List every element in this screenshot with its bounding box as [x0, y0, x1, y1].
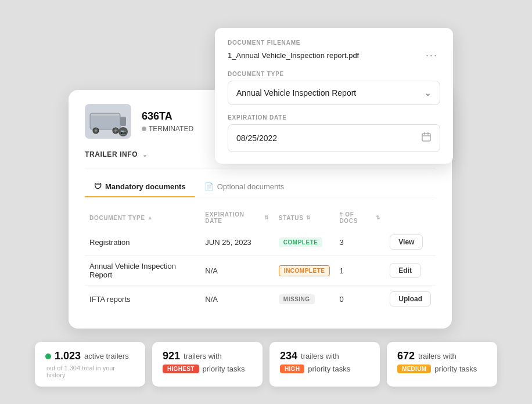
action-button-upload[interactable]: Upload: [390, 291, 431, 306]
active-indicator: [45, 354, 51, 359]
action-button-view[interactable]: View: [390, 235, 423, 250]
tab-optional-documents[interactable]: 📄 Optional documents: [195, 178, 294, 197]
stat-number: 921: [163, 350, 180, 362]
expiration-label: EXPIRATION DATE: [228, 114, 440, 121]
stats-bar: 1.023 active trailers out of 1.304 total…: [35, 342, 497, 387]
table-row: Registration JUN 25, 2023 COMPLETE 3 Vie…: [85, 229, 436, 256]
col-doc-type[interactable]: DOCUMENT TYPE ▲: [85, 209, 200, 229]
cell-doc-type: IFTA reports: [85, 286, 200, 313]
cell-action: Upload: [385, 286, 436, 313]
status-badge: INCOMPLETE: [279, 265, 330, 276]
more-options-button[interactable]: ···: [423, 49, 440, 62]
stat-sub: out of 1.304 total in your history: [46, 365, 135, 378]
tab-optional-label: Optional documents: [217, 182, 285, 191]
col-num-docs[interactable]: # OF DOCS ⇅: [335, 209, 385, 229]
svg-rect-5: [120, 117, 126, 126]
stat-text: trailers with: [418, 352, 456, 360]
stat-main: 672 trailers with: [397, 350, 487, 362]
status-badge: COMPLETE: [279, 237, 323, 247]
svg-point-7: [95, 129, 97, 132]
stat-card-medium: 672 trailers with MEDIUM priority tasks: [387, 342, 497, 387]
stat-card-active: 1.023 active trailers out of 1.304 total…: [35, 342, 145, 387]
cell-status: MISSING: [274, 286, 335, 313]
document-card: DOCUMENT FILENAME 1_Annual Vehicle_Inspe…: [215, 28, 453, 164]
stat-card-highest: 921 trailers with HIGHEST priority tasks: [152, 342, 263, 387]
sort-icon-doc-type: ▲: [148, 215, 153, 221]
expiration-date-value: 08/25/2022: [236, 134, 277, 143]
priority-suffix: priority tasks: [203, 365, 245, 373]
cell-num-docs: 3: [335, 229, 385, 256]
doc-type-label: DOCUMENT TYPE: [228, 71, 440, 77]
col-expiration-date[interactable]: EXPIRATION DATE ⇅: [200, 209, 274, 229]
table-row: Annual Vehicle Inspection Report N/A INC…: [85, 256, 436, 286]
col-action: [385, 209, 436, 229]
doc-type-value: Annual Vehicle Inspection Report: [236, 88, 356, 98]
svg-rect-4: [90, 113, 120, 129]
cell-action: Edit: [385, 256, 436, 286]
stat-main: 1.023 active trailers: [45, 350, 135, 362]
stat-text: trailers with: [184, 352, 222, 360]
trailer-avatar: 📷: [85, 104, 131, 139]
cell-action: View: [385, 229, 436, 256]
trailer-info-chevron: ⌄: [142, 151, 148, 158]
cell-num-docs: 1: [335, 256, 385, 286]
col-status[interactable]: STATUS ⇅: [274, 209, 335, 229]
cell-doc-type: Annual Vehicle Inspection Report: [85, 256, 200, 286]
table-row: IFTA reports N/A MISSING 0 Upload: [85, 286, 436, 313]
cell-expiration-date: JUN 25, 2023: [200, 229, 274, 256]
cell-num-docs: 0: [335, 286, 385, 313]
priority-suffix: priority tasks: [434, 365, 477, 373]
stat-number: 672: [397, 350, 415, 362]
tab-mandatory-documents[interactable]: 🛡 Mandatory documents: [85, 178, 195, 197]
document-filename: 1_Annual Vehicle_Inspection report.pdf: [228, 51, 359, 60]
document-icon: 📄: [204, 182, 214, 191]
cell-status: COMPLETE: [274, 229, 335, 256]
svg-point-9: [114, 129, 117, 132]
shield-icon: 🛡: [94, 182, 102, 191]
documents-table: DOCUMENT TYPE ▲ EXPIRATION DATE ⇅ STATUS: [85, 209, 436, 312]
action-button-edit[interactable]: Edit: [390, 263, 420, 278]
sort-icon-expiration: ⇅: [264, 215, 269, 221]
stat-card-high: 234 trailers with HIGH priority tasks: [269, 342, 380, 387]
cell-expiration-date: N/A: [200, 256, 274, 286]
doc-type-select[interactable]: Annual Vehicle Inspection Report ⌄: [228, 81, 440, 105]
tab-mandatory-label: Mandatory documents: [105, 182, 186, 191]
stat-text: active trailers: [84, 352, 129, 360]
stat-main: 921 trailers with: [163, 350, 252, 362]
page-wrapper: DOCUMENT FILENAME 1_Annual Vehicle_Inspe…: [0, 0, 532, 404]
trailer-status-badge: TERMINATED: [142, 125, 193, 133]
priority-badge-medium: MEDIUM: [397, 365, 431, 373]
stat-number: 1.023: [55, 350, 81, 362]
camera-icon[interactable]: 📷: [118, 127, 128, 136]
priority-suffix: priority tasks: [308, 365, 350, 373]
trailer-id: 636TA: [142, 110, 193, 122]
status-dot: [142, 127, 146, 131]
priority-badge-high: HIGH: [280, 365, 304, 373]
cell-status: INCOMPLETE: [274, 256, 335, 286]
trailer-status-text: TERMINATED: [149, 125, 193, 133]
svg-rect-0: [422, 134, 430, 141]
trailer-info-text: 636TA TERMINATED: [142, 110, 193, 133]
stat-number: 234: [280, 350, 297, 362]
expiration-date-field[interactable]: 08/25/2022: [228, 124, 440, 152]
status-badge: MISSING: [279, 294, 315, 304]
stat-text: trailers with: [301, 352, 339, 360]
sort-icon-num-docs: ⇅: [376, 215, 381, 221]
sort-icon-status: ⇅: [306, 215, 311, 221]
stat-main: 234 trailers with: [280, 350, 369, 362]
cell-doc-type: Registration: [85, 229, 200, 256]
cell-expiration-date: N/A: [200, 286, 274, 313]
chevron-down-icon: ⌄: [425, 88, 432, 98]
svg-rect-10: [91, 114, 119, 116]
priority-badge-highest: HIGHEST: [163, 365, 199, 373]
filename-label: DOCUMENT FILENAME: [228, 39, 440, 46]
tabs-row: 🛡 Mandatory documents 📄 Optional documen…: [85, 178, 436, 197]
trailer-info-label: TRAILER INFO: [85, 150, 138, 158]
calendar-icon: [421, 132, 432, 145]
